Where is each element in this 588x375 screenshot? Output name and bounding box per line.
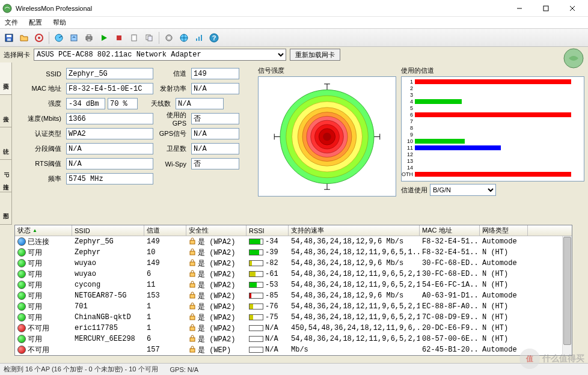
toolbar: ?: [0, 29, 588, 47]
list-row[interactable]: 已连接Zephyr_5G149是 (WPA2) -3454,48,36,24,1…: [15, 236, 572, 247]
sidetab-connect[interactable]: 去接: [0, 95, 11, 127]
status-ap-count: 检测到 16 个AP (16 个加密 - 0 个未加密) - 10 个可用: [4, 365, 158, 374]
col-rssi[interactable]: RSSI: [247, 225, 289, 236]
svg-rect-58: [190, 294, 195, 298]
close-button[interactable]: [559, 0, 586, 17]
channel-number: 6: [402, 112, 415, 118]
speed-label: 速度(Mbits): [16, 114, 64, 123]
channel-number: 13: [402, 158, 415, 164]
rts-label: RTS阈值: [16, 159, 64, 168]
sidetab-graph[interactable]: 图形: [0, 192, 11, 225]
stop-icon[interactable]: [112, 31, 126, 44]
list-row[interactable]: 可用NETGEAR87-5G153是 (WPA2) -8554,48,36,24…: [15, 290, 572, 301]
status-dot-icon: [17, 302, 26, 311]
col-status[interactable]: 状态▲: [15, 225, 72, 236]
globe-icon[interactable]: [177, 31, 191, 44]
channel-bar: [415, 99, 462, 104]
list-row[interactable]: 可用MERCURY_6EE2986是 (WPA2) N/A54,48,36,24…: [15, 334, 572, 344]
col-mac[interactable]: MAC 地址: [420, 225, 480, 236]
sidetab-summary[interactable]: 摘要: [0, 62, 11, 95]
lock-icon: [189, 313, 196, 322]
channel-row: 9: [402, 131, 583, 138]
list-row[interactable]: 可用wuyao6是 (WPA2) -6154,48,36,24,18,12,11…: [15, 269, 572, 279]
list-row[interactable]: 可用ChinaNGB-qktD1是 (WPA2) -7554,48,36,24,…: [15, 312, 572, 323]
clipboard-icon[interactable]: [127, 31, 141, 44]
channel-row: 8: [402, 124, 583, 131]
col-nettype[interactable]: 网络类型: [480, 225, 528, 236]
adapter-select[interactable]: ASUS PCE-AC88 802.11ac Network Adapter: [34, 49, 286, 61]
watermark-icon: 值: [519, 349, 540, 369]
reload-adapter-button[interactable]: 重新加载网卡: [290, 49, 340, 61]
sidetab-stats[interactable]: 统计: [0, 127, 11, 160]
info-panel: SSIDZephyr_5G信道149 MAC 地址F8-32-E4-51-0E-…: [16, 66, 253, 221]
menu-help[interactable]: 帮助: [51, 17, 69, 28]
channel-number: 12: [402, 151, 415, 157]
svg-rect-63: [190, 349, 195, 352]
strength-label: 强度: [16, 99, 64, 108]
copy-icon[interactable]: [142, 31, 156, 44]
channel-row: 13: [402, 157, 583, 164]
channel-bar: [415, 112, 571, 117]
list-scrollbar[interactable]: [562, 236, 572, 355]
col-channel[interactable]: 信道: [144, 225, 186, 236]
radar-icon[interactable]: [52, 31, 66, 44]
strength-dbm: -34 dBm: [66, 98, 105, 109]
menu-config[interactable]: 配置: [26, 17, 44, 28]
channel-number: 3: [402, 92, 415, 98]
svg-rect-14: [87, 39, 91, 41]
list-row[interactable]: 可用cycong11是 (WPA2) -5354,48,36,24,18,12,…: [15, 279, 572, 290]
col-security[interactable]: 安全性: [186, 225, 247, 236]
antenna-value: N/A: [176, 98, 224, 109]
status-dot-icon: [17, 248, 26, 257]
sidetab-ip[interactable]: IP 连接: [0, 160, 11, 192]
gear-icon[interactable]: [162, 31, 176, 44]
lock-icon: [189, 324, 196, 332]
auth-value: WPA2: [66, 128, 153, 139]
lock-icon: [189, 335, 196, 343]
lock-icon: [189, 270, 196, 278]
channel-row: 11: [402, 144, 583, 151]
ssid-value: Zephyr_5G: [66, 68, 153, 79]
folder-open-icon[interactable]: [17, 31, 31, 44]
list-row[interactable]: 不可用eric1177851是 (WPA2) N/A450,54,48,36,2…: [15, 323, 572, 334]
window-title: WirelessMon Professional: [16, 5, 506, 12]
svg-rect-2: [544, 6, 548, 11]
channel-mode-select[interactable]: B/G/N: [430, 184, 496, 196]
svg-point-0: [3, 4, 11, 13]
svg-rect-16: [132, 35, 136, 41]
minimize-button[interactable]: [506, 0, 533, 17]
list-row[interactable]: 不可用157是 (WEP) N/A Mb/s62-45-B1-20...Auto…: [15, 344, 572, 355]
save-icon[interactable]: [2, 31, 16, 44]
help-icon[interactable]: ?: [207, 31, 221, 44]
export-icon[interactable]: [67, 31, 81, 44]
status-dot-icon: [17, 259, 26, 267]
svg-rect-23: [196, 38, 197, 41]
status-dot-icon: [17, 281, 26, 289]
list-row[interactable]: 可用wuyao149是 (WPA2) -8254,48,36,24,18,12,…: [15, 258, 572, 269]
play-icon[interactable]: [97, 31, 111, 44]
col-rates[interactable]: 支持的速率: [289, 225, 420, 236]
graph-icon[interactable]: [192, 31, 206, 44]
channel-label: 信道: [156, 69, 189, 78]
wispy-label: Wi-Spy: [156, 160, 189, 168]
svg-rect-6: [7, 35, 11, 37]
status-dot-icon: [17, 313, 26, 322]
target-icon[interactable]: [32, 31, 46, 44]
printer-icon[interactable]: [82, 31, 96, 44]
col-ssid[interactable]: SSID: [72, 225, 144, 236]
channel-row: 12: [402, 151, 583, 157]
status-dot-icon: [17, 237, 26, 246]
channel-number: 7: [402, 118, 415, 124]
channel-row: 2: [402, 85, 583, 91]
menu-file[interactable]: 文件: [2, 17, 20, 28]
watermark: 值 什么值得买: [519, 349, 584, 369]
channel-number: 2: [402, 85, 415, 91]
channel-number: 4: [402, 99, 415, 105]
list-row[interactable]: 可用Zephyr10是 (WPA2) -3954,48,36,24,18,12,…: [15, 247, 572, 258]
channel-row: 14: [402, 164, 583, 171]
list-row[interactable]: 可用7011是 (WPA2) -7654,48,36,24,18,12,11,9…: [15, 301, 572, 312]
maximize-button[interactable]: [533, 0, 559, 17]
channel-row: 1: [402, 78, 583, 85]
svg-rect-56: [190, 273, 195, 276]
radar-panel: 信号强度: [258, 66, 396, 221]
